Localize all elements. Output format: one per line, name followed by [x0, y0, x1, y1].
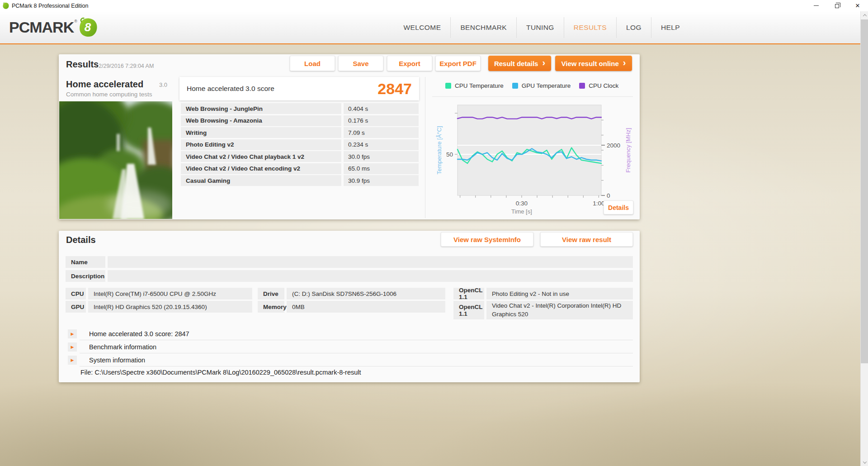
- description-field[interactable]: [108, 270, 633, 282]
- vertical-scrollbar[interactable]: [860, 11, 868, 466]
- metric-name: Photo Editing v2: [181, 139, 341, 150]
- metric-value: 30.0 fps: [344, 151, 419, 162]
- drive-label: Drive: [258, 288, 284, 300]
- metric-row: Writing7.09 s: [181, 127, 419, 138]
- close-button[interactable]: ✕: [847, 0, 868, 11]
- svg-text:2000: 2000: [607, 142, 620, 149]
- expander-row[interactable]: ▶System information: [68, 353, 633, 366]
- metric-row: Video Chat v2 / Video Chat playback 1 v2…: [181, 151, 419, 162]
- close-icon: ✕: [855, 3, 860, 9]
- app-window: PCMark 8 Professional Edition ✕ PCMARK ®…: [0, 0, 868, 466]
- metric-name: Writing: [181, 127, 341, 138]
- svg-text:50: 50: [446, 151, 453, 158]
- memory-label: Memory: [258, 301, 284, 313]
- window-title: PCMark 8 Professional Edition: [12, 3, 89, 9]
- monitoring-chart: 50200000:301:00Time [s]Temperature [Â°C]…: [429, 102, 637, 217]
- nav-item-help[interactable]: HELP: [651, 17, 689, 38]
- result-details-button[interactable]: Result details›: [488, 56, 551, 71]
- export-pdf-button[interactable]: Export PDF: [435, 56, 481, 71]
- scroll-up-button[interactable]: [861, 11, 868, 19]
- metric-value: 0.176 s: [344, 115, 419, 126]
- chevron-down-icon: [863, 460, 866, 463]
- leaf-8-icon: 8: [78, 17, 98, 37]
- minimize-button[interactable]: [806, 0, 826, 11]
- metric-name: Casual Gaming: [181, 175, 341, 186]
- results-title: Results: [66, 59, 99, 70]
- svg-text:Temperature [Â°C]: Temperature [Â°C]: [436, 126, 443, 174]
- export-button[interactable]: Export: [387, 56, 432, 71]
- app-leaf-icon: [2, 2, 9, 9]
- title-bar: PCMark 8 Professional Edition ✕: [0, 0, 868, 11]
- opencl-1-label: OpenCL 1.1: [453, 288, 484, 300]
- legend-item: CPU Temperature: [445, 82, 504, 89]
- results-panel: Results 2/29/2016 7:29:04 AM Load Save E…: [59, 54, 640, 219]
- name-field[interactable]: [108, 256, 633, 268]
- memory-value: 0MB: [287, 301, 445, 313]
- expander-label: Benchmark information: [89, 343, 156, 351]
- metric-value: 30.9 fps: [344, 175, 419, 186]
- metric-value: 7.09 s: [344, 127, 419, 138]
- drive-value: (C: D:) SanDisk SD7SN6S-256G-1006: [287, 288, 445, 300]
- nav-item-results[interactable]: RESULTS: [564, 17, 616, 38]
- expander-row[interactable]: ▶Benchmark information: [68, 340, 633, 353]
- registered-mark: ®: [74, 19, 77, 24]
- header-accent-rule: [0, 43, 868, 44]
- view-result-online-button[interactable]: View result online›: [555, 56, 632, 71]
- pcmark-logo: PCMARK ® 8: [9, 18, 98, 37]
- legend-label: CPU Temperature: [455, 82, 504, 89]
- scroll-down-button[interactable]: [861, 458, 868, 466]
- legend-item: CPU Clock: [579, 82, 618, 89]
- legend-label: CPU Clock: [589, 82, 618, 89]
- metric-value: 0.234 s: [344, 139, 419, 150]
- restore-button[interactable]: [826, 0, 847, 11]
- app-header: PCMARK ® 8 WELCOMEBENCHMARKTUNINGRESULTS…: [0, 11, 868, 43]
- test-name: Home accelerated: [66, 79, 143, 90]
- legend-label: GPU Temperature: [522, 82, 571, 89]
- name-label: Name: [66, 256, 105, 268]
- expanders-list: ▶Home accelerated 3.0 score: 2847▶Benchm…: [68, 327, 633, 366]
- gpu-value: Intel(R) HD Graphics 520 (20.19.15.4360): [88, 301, 252, 313]
- brand-text: PCMARK: [9, 18, 74, 36]
- expand-arrow-icon: ▶: [68, 356, 77, 365]
- metric-value: 0.404 s: [344, 103, 419, 114]
- cpu-value: Intel(R) Core(TM) i7-6500U CPU @ 2.50GHz: [88, 288, 252, 300]
- nav-item-welcome[interactable]: WELCOME: [394, 17, 450, 38]
- leaf-number: 8: [78, 18, 98, 38]
- svg-text:Time [s]: Time [s]: [511, 208, 532, 215]
- result-file-path: File: C:\Users\Spectre x360\Documents\PC…: [80, 369, 361, 376]
- cpu-label: CPU: [66, 288, 86, 300]
- expand-arrow-icon: ▶: [68, 342, 77, 352]
- metric-row: Photo Editing v20.234 s: [181, 139, 419, 150]
- details-panel: Details View raw SystemInfo View raw res…: [59, 231, 640, 382]
- view-raw-systeminfo-button[interactable]: View raw SystemInfo: [441, 232, 533, 247]
- opencl-2-value: Video Chat v2 - Intel(R) Corporation Int…: [486, 301, 633, 319]
- legend-swatch-icon: [512, 83, 518, 89]
- nav-item-tuning[interactable]: TUNING: [517, 17, 564, 38]
- score-value: 2847: [377, 80, 412, 98]
- metric-row: Casual Gaming30.9 fps: [181, 175, 419, 186]
- gpu-label: GPU: [66, 301, 86, 313]
- load-button[interactable]: Load: [290, 56, 335, 71]
- legend-swatch-icon: [579, 83, 585, 89]
- nav-item-log[interactable]: LOG: [617, 17, 651, 38]
- metric-name: Video Chat v2 / Video Chat encoding v2: [181, 163, 341, 174]
- nav-item-benchmark[interactable]: BENCHMARK: [451, 17, 516, 38]
- metric-row: Web Browsing - JunglePin0.404 s: [181, 103, 419, 114]
- restore-icon: [835, 4, 839, 8]
- opencl-1-value: Photo Editing v2 - Not in use: [486, 288, 633, 300]
- svg-text:0:30: 0:30: [516, 200, 528, 207]
- view-raw-result-button[interactable]: View raw result: [540, 232, 633, 247]
- expander-label: System information: [89, 357, 145, 364]
- metric-row: Video Chat v2 / Video Chat encoding v265…: [181, 163, 419, 174]
- expander-row[interactable]: ▶Home accelerated 3.0 score: 2847: [68, 327, 633, 340]
- result-timestamp: 2/29/2016 7:29:04 AM: [99, 63, 154, 69]
- svg-text:Frequency [MHz]: Frequency [MHz]: [625, 128, 632, 173]
- window-controls: ✕: [806, 0, 868, 11]
- chart-details-button[interactable]: Details: [604, 200, 633, 214]
- scrollbar-thumb[interactable]: [861, 19, 868, 363]
- svg-text:1:00: 1:00: [593, 200, 604, 207]
- metric-value: 65.0 ms: [344, 163, 419, 174]
- metric-name: Video Chat v2 / Video Chat playback 1 v2: [181, 151, 341, 162]
- waterfall-photo: [59, 101, 172, 219]
- save-button[interactable]: Save: [338, 56, 383, 71]
